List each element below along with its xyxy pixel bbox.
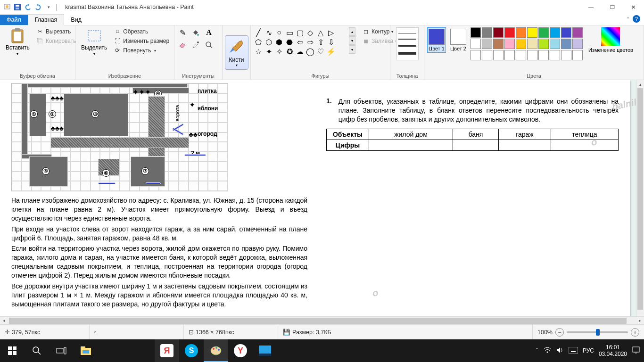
crop-button[interactable]: ⌗Обрезать: [113, 27, 170, 36]
language-indicator[interactable]: РУС: [583, 347, 594, 354]
magnifier-tool[interactable]: [204, 40, 214, 50]
palette-empty[interactable]: [561, 50, 571, 60]
palette-empty[interactable]: [550, 50, 560, 60]
palette-swatch[interactable]: [471, 39, 481, 49]
minimize-button[interactable]: —: [580, 0, 602, 14]
search-button[interactable]: [25, 339, 49, 362]
canvas[interactable]: document.write(Array(242).fill('<div></d…: [0, 80, 630, 321]
yandex-button[interactable]: Я: [155, 339, 179, 362]
skype-button[interactable]: S: [179, 339, 204, 362]
yandex-browser-button[interactable]: Y: [228, 339, 253, 362]
plan-diagram: document.write(Array(242).fill('<div></d…: [11, 83, 228, 191]
palette-swatch[interactable]: [550, 39, 560, 49]
notifications-icon[interactable]: [632, 346, 640, 356]
shapes-more-icon[interactable]: ▾: [349, 45, 355, 54]
palette-swatch[interactable]: [471, 27, 481, 38]
copy-button[interactable]: ⿻Копировать: [35, 37, 77, 45]
palette-swatch[interactable]: [493, 39, 504, 49]
wifi-icon[interactable]: [543, 347, 552, 355]
palette-swatch[interactable]: [550, 27, 560, 38]
palette-swatch[interactable]: [527, 27, 537, 38]
tab-view[interactable]: Вид: [64, 15, 88, 25]
palette-swatch[interactable]: [572, 39, 583, 49]
clock[interactable]: 16:01 03.04.2020: [599, 344, 627, 358]
edit-colors-button[interactable]: Изменение цветов: [588, 27, 633, 53]
scroll-left-icon[interactable]: ◂: [0, 317, 8, 324]
palette-swatch[interactable]: [504, 39, 515, 49]
sound-icon[interactable]: [556, 347, 564, 355]
resize-button[interactable]: ⛶Изменить размер: [113, 37, 170, 45]
svg-rect-14: [13, 346, 17, 350]
svg-rect-22: [81, 346, 85, 349]
palette-empty[interactable]: [482, 50, 492, 60]
svg-rect-4: [16, 8, 19, 9]
palette-empty[interactable]: [538, 50, 549, 60]
palette-swatch[interactable]: [527, 39, 537, 49]
horizontal-scrollbar[interactable]: ◂ ▸: [0, 316, 644, 324]
collapse-ribbon-icon[interactable]: ⌃: [626, 16, 630, 22]
redo-icon[interactable]: [34, 3, 42, 11]
file-explorer-button[interactable]: [74, 339, 98, 362]
size-button[interactable]: [396, 27, 419, 60]
tab-file[interactable]: Файл: [0, 15, 28, 25]
eraser-tool[interactable]: [177, 40, 188, 50]
color1-button[interactable]: Цвет 1: [427, 27, 446, 53]
palette-empty[interactable]: [572, 50, 583, 60]
paste-button[interactable]: Вставить ▾: [3, 27, 33, 57]
palette-empty[interactable]: [516, 50, 526, 60]
palette-swatch[interactable]: [538, 27, 549, 38]
palette-empty[interactable]: [504, 50, 515, 60]
palette-swatch[interactable]: [504, 27, 515, 38]
color-palette[interactable]: [471, 27, 583, 60]
palette-swatch[interactable]: [516, 39, 526, 49]
palette-swatch[interactable]: [561, 27, 571, 38]
selection-size-icon: ▫: [94, 329, 96, 336]
maximize-button[interactable]: ❐: [602, 0, 623, 14]
cut-button[interactable]: ✂Вырезать: [35, 27, 77, 36]
shapes-gallery[interactable]: ╱∿○▭▢◇△▷ ⬠⬡⬢⬣⇦⇨⇧⇩ ☆✦✧✪☁◯♡⚡: [254, 27, 346, 56]
zoom-in-button[interactable]: +: [631, 328, 639, 337]
palette-swatch[interactable]: [493, 27, 504, 38]
palette-swatch[interactable]: [482, 27, 492, 38]
palette-swatch[interactable]: [561, 39, 571, 49]
zoom-slider[interactable]: [567, 331, 628, 333]
paint-taskbar-button[interactable]: [204, 339, 228, 362]
taskbar: Я S Y ˄ РУС 16:01 03.04.2020: [0, 339, 644, 362]
color2-button[interactable]: Цвет 2: [449, 27, 468, 53]
close-button[interactable]: ✕: [623, 0, 644, 14]
keyboard-icon[interactable]: [569, 347, 578, 355]
help-icon[interactable]: ?: [633, 15, 640, 23]
vertical-scrollbar[interactable]: ▴ ▾: [636, 80, 644, 321]
palette-swatch[interactable]: [538, 39, 549, 49]
pencil-tool[interactable]: ✎: [177, 27, 188, 38]
shapes-down-icon[interactable]: ▾: [349, 36, 355, 45]
desktop-app-button[interactable]: [253, 339, 277, 362]
palette-swatch[interactable]: [516, 27, 526, 38]
fill-tool[interactable]: [190, 27, 201, 38]
shapes-up-icon[interactable]: ▴: [349, 27, 355, 36]
zoom-out-button[interactable]: −: [555, 328, 564, 337]
undo-icon[interactable]: [24, 3, 32, 11]
palette-empty[interactable]: [527, 50, 537, 60]
tray-up-icon[interactable]: ˄: [536, 347, 538, 354]
qat-dropdown-icon[interactable]: ▾: [44, 3, 53, 11]
palette-swatch[interactable]: [482, 39, 492, 49]
palette-empty[interactable]: [493, 50, 504, 60]
palette-swatch[interactable]: [572, 27, 583, 38]
palette-empty[interactable]: [471, 50, 481, 60]
save-icon[interactable]: [13, 3, 22, 11]
paint-app-icon[interactable]: [3, 3, 11, 11]
tab-home[interactable]: Главная: [28, 14, 65, 25]
start-button[interactable]: [0, 339, 25, 362]
taskview-button[interactable]: [49, 339, 74, 362]
rotate-button[interactable]: ⟳Повернуть▾: [113, 46, 170, 55]
select-button[interactable]: Выделить ▾: [78, 27, 110, 57]
brush-icon: [227, 38, 246, 57]
scroll-up-icon[interactable]: ▴: [636, 80, 644, 88]
scroll-thumb-v[interactable]: [637, 88, 643, 310]
scroll-right-icon[interactable]: ▸: [636, 317, 644, 324]
eyedropper-tool[interactable]: [190, 40, 201, 50]
text-tool[interactable]: A: [204, 27, 214, 38]
scroll-thumb-h[interactable]: [9, 318, 627, 324]
brushes-button[interactable]: Кисти ▾: [225, 35, 248, 70]
